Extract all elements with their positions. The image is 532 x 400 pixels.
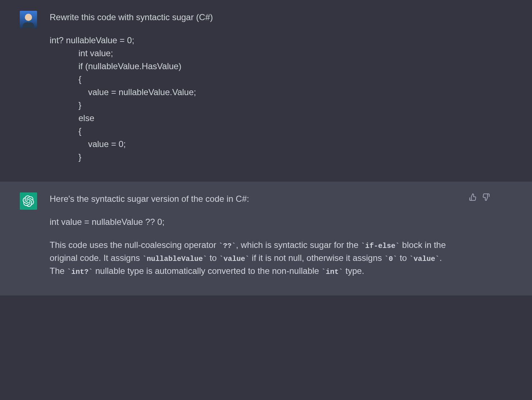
assistant-code: int value = nullableValue ?? 0; xyxy=(50,215,456,228)
assistant-avatar xyxy=(20,192,37,210)
assistant-message: Here's the syntactic sugar version of th… xyxy=(0,182,532,295)
assistant-intro: Here's the syntactic sugar version of th… xyxy=(50,192,456,205)
inline-code: `value` xyxy=(409,255,439,263)
inline-code: `value` xyxy=(219,255,249,263)
message-actions xyxy=(469,193,490,277)
thumbs-up-icon xyxy=(469,193,477,201)
inline-code: `0` xyxy=(384,255,397,263)
thumbs-down-icon xyxy=(482,193,490,201)
inline-code: `if-else` xyxy=(361,242,400,250)
assistant-explanation: This code uses the null-coalescing opera… xyxy=(50,239,456,277)
assistant-content: Here's the syntactic sugar version of th… xyxy=(50,192,456,277)
user-prompt: Rewrite this code with syntactic sugar (… xyxy=(50,11,456,24)
openai-logo-icon xyxy=(23,195,34,207)
inline-code: `??` xyxy=(219,242,236,250)
inline-code: `int` xyxy=(321,268,343,276)
inline-code: `nullableValue` xyxy=(142,255,207,263)
user-code-block: int? nullableValue = 0; int value; if (n… xyxy=(50,34,456,164)
thumbs-up-button[interactable] xyxy=(469,193,477,277)
inline-code: `int?` xyxy=(67,268,93,276)
footer-area xyxy=(0,295,532,368)
user-message: Rewrite this code with syntactic sugar (… xyxy=(0,0,532,182)
user-content: Rewrite this code with syntactic sugar (… xyxy=(50,11,456,164)
user-avatar xyxy=(20,11,37,28)
thumbs-down-button[interactable] xyxy=(482,193,490,277)
